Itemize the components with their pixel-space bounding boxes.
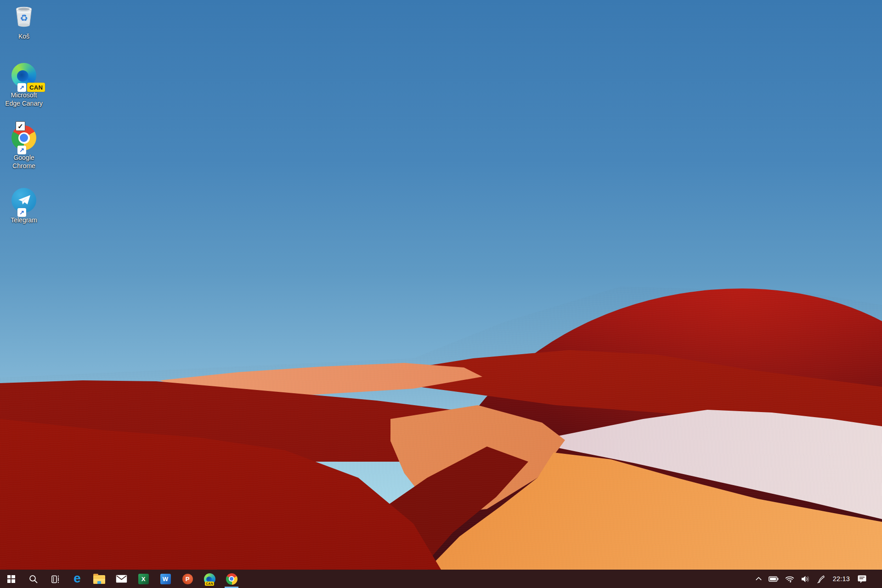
desktop-icon-recycle-bin[interactable]: ♻ Koš: [1, 2, 47, 40]
mail-envelope-icon: [116, 575, 127, 583]
shortcut-arrow-icon: ↗: [17, 83, 26, 92]
taskbar-chrome-button[interactable]: [220, 570, 243, 588]
battery-icon: [769, 576, 779, 582]
windows-logo-icon: [7, 575, 15, 583]
chrome-center: [20, 134, 28, 142]
desktop-icon-google-chrome[interactable]: ✓ ↗ Google Chrome: [1, 123, 47, 170]
word-icon: W: [160, 574, 171, 584]
wifi-status-button[interactable]: [782, 570, 797, 588]
paper-plane-icon: [17, 194, 31, 207]
desktop-icon-label: Microsoft Edge Canary: [5, 91, 43, 107]
file-explorer-folder-icon: [93, 575, 105, 584]
desktop-icon-label: Telegram: [11, 216, 37, 224]
edge-swirl-center: [17, 70, 28, 82]
action-center-icon: [857, 575, 867, 583]
taskbar-mail-button[interactable]: [110, 570, 132, 588]
wallpaper: [0, 0, 882, 570]
taskbar-powerpoint-button[interactable]: P: [176, 570, 198, 588]
taskbar-edge-canary-button[interactable]: CAN: [198, 570, 220, 588]
desktop-icon-telegram[interactable]: ↗ Telegram: [1, 186, 47, 224]
pen-icon: [817, 575, 825, 583]
search-icon: [28, 574, 38, 584]
windows-ink-pen-button[interactable]: [814, 570, 829, 588]
telegram-icon: ↗: [9, 186, 39, 215]
taskbar-edge-button[interactable]: e: [66, 570, 88, 588]
taskbar-file-explorer-button[interactable]: [88, 570, 110, 588]
edge-canary-icon: CAN: [204, 573, 215, 585]
selection-checkbox[interactable]: ✓: [16, 121, 25, 131]
recycle-symbol: ♻: [20, 13, 28, 23]
task-view-button[interactable]: [44, 570, 66, 588]
start-button[interactable]: [0, 570, 22, 588]
chevron-up-icon: [755, 577, 762, 581]
chrome-icon: [226, 573, 237, 585]
speaker-icon: [801, 575, 810, 583]
edge-canary-icon: ↗ CAN: [9, 61, 39, 90]
desktop-icon-label: Google Chrome: [12, 153, 35, 170]
battery-status-button[interactable]: [765, 570, 782, 588]
canary-badge: CAN: [205, 582, 214, 586]
windows-desktop: ♻ Koš ↗ CAN Microsoft Edge Canary ✓ ↗: [0, 0, 882, 588]
system-tray: 22:13: [752, 570, 882, 588]
powerpoint-icon: P: [182, 574, 193, 584]
search-button[interactable]: [22, 570, 44, 588]
desktop-icon-edge-canary[interactable]: ↗ CAN Microsoft Edge Canary: [1, 61, 47, 107]
shortcut-arrow-icon: ↗: [17, 146, 26, 154]
hidden-icons-chevron-button[interactable]: [752, 570, 765, 588]
excel-icon: X: [138, 574, 149, 584]
task-view-icon: [50, 574, 61, 584]
chrome-icon: ✓ ↗: [9, 123, 39, 153]
wifi-icon: [785, 576, 794, 582]
recycle-bin-icon: ♻: [9, 2, 39, 31]
edge-e-icon: e: [74, 572, 81, 585]
canary-badge: CAN: [27, 83, 45, 92]
taskbar-clock[interactable]: 22:13: [829, 570, 854, 588]
desktop-icon-label: Koš: [18, 32, 29, 40]
taskbar-word-button[interactable]: W: [154, 570, 176, 588]
action-center-button[interactable]: [854, 570, 870, 588]
shortcut-arrow-icon: ↗: [17, 208, 26, 217]
taskbar: e X W P CAN: [0, 570, 882, 588]
taskbar-excel-button[interactable]: X: [132, 570, 154, 588]
volume-button[interactable]: [797, 570, 814, 588]
